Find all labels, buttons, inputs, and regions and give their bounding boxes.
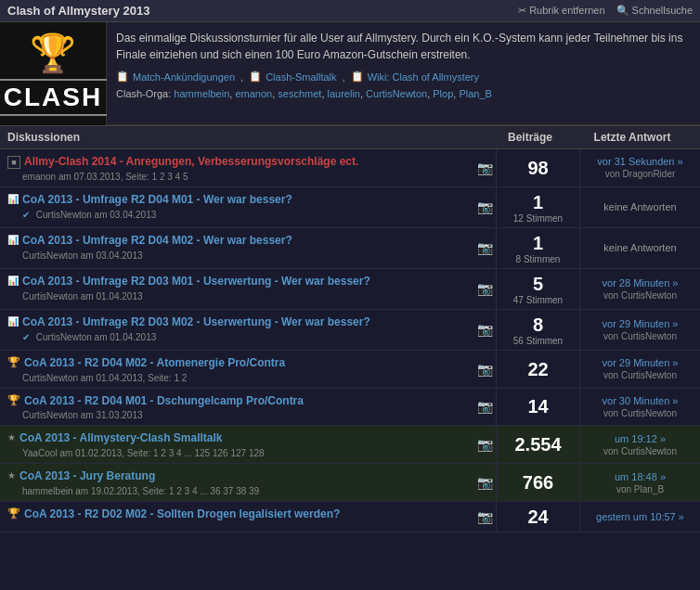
letzte-time-link[interactable]: vor 29 Minuten » [603,318,679,329]
stimmen-count: 47 Stimmen [513,295,563,305]
letzte-von: von CurtisNewton [603,331,677,341]
orga-user-planb[interactable]: Plan_B [459,88,491,99]
row-meta: CurtisNewton am 01.04.2013 [7,291,466,301]
trophy-icon: 🏆 [0,32,110,75]
col-diskussionen: Diskussionen [7,131,488,144]
table-row: ■ Allmy-Clash 2014 - Anregungen, Verbess… [0,149,700,187]
row-meta: ✔ CurtisNewton am 01.04.2013 [7,332,466,342]
table-row: 📊 CoA 2013 - Umfrage R2 D04 M01 - Wer wa… [0,187,700,228]
table-row: ★ CoA 2013 - Jury Beratung hammelbein am… [0,464,700,502]
letzte-time-link[interactable]: vor 30 Minuten » [603,395,679,406]
row-title-line: ★ CoA 2013 - Jury Beratung [7,468,466,484]
row-type-icon: ★ [7,431,16,442]
orga-user-hammelbein[interactable]: hammelbein [174,88,229,99]
row-type-icon: 🏆 [7,394,20,406]
discussion-title[interactable]: CoA 2013 - Allmystery-Clash Smalltalk [19,430,223,446]
trophy-display: 🏆 CLASH [0,32,110,116]
star-icon: ★ [7,470,16,481]
row-title-line: 🏆 CoA 2013 - R2 D04 M01 - Dschungelcamp … [7,393,466,409]
beitraege-count: 1 [533,191,543,213]
cam-glyph: 📷 [477,399,493,414]
row-type-icon: 📊 [7,234,19,245]
row-content: 📊 CoA 2013 - Umfrage R2 D04 M02 - Wer wa… [0,228,473,268]
rubrik-entfernen-link[interactable]: ✂ Rubrik entfernen [518,5,604,17]
beitraege-cell: 1 8 Stimmen [496,228,579,268]
row-meta: emanon am 07.03.2013, Seite: 1 2 3 4 5 [7,172,466,182]
schnellsuche-link[interactable]: 🔍 Schnellsuche [616,5,694,17]
discussion-title[interactable]: CoA 2013 - Umfrage R2 D04 M02 - Wer war … [22,233,292,249]
camera-icon: 📷 [473,187,496,227]
discussion-title[interactable]: CoA 2013 - Umfrage R2 D03 M01 - Userwert… [22,274,370,289]
camera-icon: 📷 [473,351,496,388]
row-type-icon: 🏆 [7,507,20,519]
letzte-time-link[interactable]: um 18:48 » [615,471,666,482]
discussion-title[interactable]: CoA 2013 - Umfrage R2 D04 M01 - Wer war … [22,192,292,208]
beitraege-cell: 5 47 Stimmen [496,269,579,309]
letzte-time-link[interactable]: vor 31 Sekunden » [597,156,682,167]
page-header: Clash of Allmystery 2013 ✂ Rubrik entfer… [0,0,700,22]
trophy-icon: 🏆 [7,356,20,367]
camera-icon: 📷 [473,149,496,186]
orga-user-seschmet[interactable]: seschmet [278,88,321,99]
beitraege-count: 22 [527,358,548,380]
beitraege-count: 24 [527,506,548,528]
discussion-title[interactable]: CoA 2013 - Umfrage R2 D03 M02 - Userwert… [22,314,370,330]
col-letzte: Letzte Antwort [572,131,693,144]
row-title-line: 📊 CoA 2013 - Umfrage R2 D03 M02 - Userwe… [7,314,466,330]
clash-label: CLASH [0,79,110,116]
letzte-time-link[interactable]: um 19:12 » [615,433,666,444]
letzte-cell: keine Antworten [579,187,700,227]
letzte-cell: vor 28 Minuten » von CurtisNewton [579,269,700,309]
wiki-clash-link[interactable]: Wiki: Clash of Allmystery [368,71,479,83]
row-type-icon: 📊 [7,275,19,286]
orga-user-curtisnewton[interactable]: CurtisNewton [366,88,427,99]
letzte-cell: keine Antworten [579,228,700,268]
trophy-icon: 🏆 [7,507,20,519]
match-ankuendigungen-link[interactable]: Match-Ankündigungen [133,71,235,83]
beitraege-cell: 14 [496,389,579,426]
poll-icon: 📊 [7,235,19,245]
stimmen-count: 56 Stimmen [513,336,563,346]
beitraege-count: 14 [527,395,548,417]
discussion-title[interactable]: CoA 2013 - Jury Beratung [19,468,155,484]
row-title-line: ■ Allmy-Clash 2014 - Anregungen, Verbess… [7,154,466,170]
sep1: , [240,71,243,83]
letzte-cell: vor 29 Minuten » von CurtisNewton [579,351,700,388]
letzte-von: von CurtisNewton [603,408,677,418]
letzte-time-link[interactable]: gestern um 10:57 » [596,511,684,522]
clash-smalltalk-link[interactable]: Clash-Smalltalk [266,71,336,83]
table-row: 📊 CoA 2013 - Umfrage R2 D04 M02 - Wer wa… [0,228,700,269]
orga-user-plop[interactable]: Plop [433,88,453,99]
beitraege-cell: 1 12 Stimmen [496,187,579,227]
discussion-title[interactable]: CoA 2013 - R2 D04 M01 - Dschungelcamp Pr… [24,393,304,409]
row-meta: hammelbein am 19.02.2013, Seite: 1 2 3 4… [7,486,466,496]
row-meta: CurtisNewton am 01.04.2013, Seite: 1 2 [7,373,466,383]
camera-icon: 📷 [473,502,496,532]
row-type-icon: 🏆 [7,356,20,368]
letzte-cell: vor 30 Minuten » von CurtisNewton [579,389,700,426]
letzte-time-link[interactable]: vor 29 Minuten » [603,357,679,368]
table-row: 🏆 CoA 2013 - R2 D04 M02 - Atomenergie Pr… [0,351,700,389]
orga-user-laurelin[interactable]: laurelin [328,88,360,99]
rubrik-icon: ✂ [518,5,529,16]
discussion-title[interactable]: Allmy-Clash 2014 - Anregungen, Verbesser… [24,154,358,170]
orga-user-emanon[interactable]: emanon [235,88,272,99]
trophy-icon: 🏆 [7,394,20,405]
discussion-title[interactable]: CoA 2013 - R2 D04 M02 - Atomenergie Pro/… [24,355,285,371]
camera-icon: 📷 [473,310,496,350]
beitraege-count: 98 [527,157,548,179]
row-type-icon: 📊 [7,193,19,204]
table-row: 📊 CoA 2013 - Umfrage R2 D03 M01 - Userwe… [0,269,700,310]
info-description: Das einmalige Diskussionsturnier für all… [116,30,691,63]
link-icon-2: 📋 [249,71,262,83]
letzte-time-link[interactable]: vor 28 Minuten » [603,277,679,289]
discussion-table: ■ Allmy-Clash 2014 - Anregungen, Verbess… [0,149,700,532]
discussion-title[interactable]: CoA 2013 - R2 D02 M02 - Sollten Drogen l… [24,507,340,522]
beitraege-cell: 98 [496,149,579,186]
star-icon: ★ [7,432,16,442]
row-meta: YaaCool am 01.02.2013, Seite: 1 2 3 4 ..… [7,448,466,458]
beitraege-cell: 22 [496,351,579,388]
clash-logo: 🏆 CLASH [0,22,107,125]
sep2: , [343,71,345,83]
row-content: 📊 CoA 2013 - Umfrage R2 D03 M02 - Userwe… [0,310,473,350]
